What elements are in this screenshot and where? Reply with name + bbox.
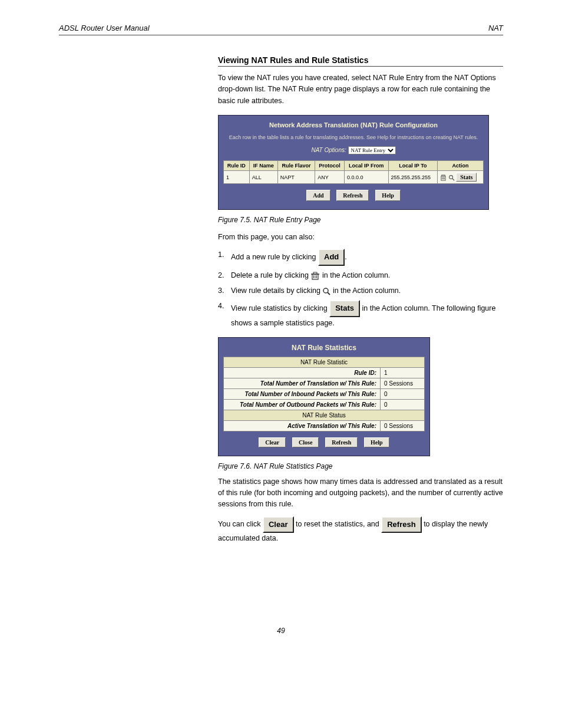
clear-button[interactable]: Clear <box>259 437 286 447</box>
subhead-status: NAT Rule Status <box>224 410 425 420</box>
help-button[interactable]: Help <box>364 437 389 447</box>
table-row: Total Number of Translation w/ This Rule… <box>224 378 425 388</box>
panel2-title: NAT Rule Statistics <box>223 344 425 352</box>
help-button[interactable]: Help <box>375 190 401 201</box>
th-local-ip-to: Local IP To <box>388 161 438 171</box>
trash-icon[interactable] <box>440 174 447 181</box>
th-local-ip-from: Local IP From <box>344 161 388 171</box>
clear-button-inline[interactable]: Clear <box>263 516 294 533</box>
add-button-inline[interactable]: Add <box>318 249 345 266</box>
list-num: 1. <box>218 249 231 266</box>
refresh-button-inline[interactable]: Refresh <box>381 516 421 533</box>
doc-header: ADSL Router User Manual NAT <box>59 24 503 35</box>
list-num: 4. <box>218 300 231 329</box>
svg-line-14 <box>328 292 330 295</box>
list-item: 2. Delete a rule by clicking in the Acti… <box>218 269 503 281</box>
table-row: Active Translation w/ This Rule:0 Sessio… <box>224 420 425 431</box>
list-text: View rule details by clicking in the Act… <box>231 285 503 297</box>
th-action: Action <box>438 161 484 171</box>
doc-section: NAT <box>488 24 503 32</box>
th-protocol: Protocol <box>315 161 345 171</box>
nat-options-label: NAT Options: <box>311 147 346 153</box>
table-row: Total Number of Inbound Packets w/ This … <box>224 388 425 399</box>
intro-text: To view the NAT rules you have created, … <box>218 73 503 107</box>
stats-button[interactable]: Stats <box>456 173 477 182</box>
list-text: Add a new rule by clicking Add. <box>231 249 503 266</box>
list-intro: From this page, you can also: <box>218 231 503 243</box>
list-text: View rule statistics by clicking Stats i… <box>231 300 503 329</box>
cell-if-name: ALL <box>249 171 277 184</box>
nat-options-row: NAT Options: NAT Rule Entry <box>223 146 484 154</box>
cell-ip-to: 255.255.255.255 <box>388 171 438 184</box>
table-row: Total Number of Outbound Packets w/ This… <box>224 399 425 410</box>
svg-line-6 <box>452 179 454 180</box>
stats-button-inline[interactable]: Stats <box>329 300 360 317</box>
nat-rule-config-panel: Network Address Translation (NAT) Rule C… <box>218 115 489 210</box>
page-number: 49 <box>59 627 503 635</box>
refresh-button[interactable]: Refresh <box>325 437 358 447</box>
cell-ip-from: 0.0.0.0 <box>344 171 388 184</box>
cell-rule-id: 1 <box>224 171 250 184</box>
list-item: 4. View rule statistics by clicking Stat… <box>218 300 503 329</box>
svg-point-13 <box>323 288 328 293</box>
close-button[interactable]: Close <box>292 437 319 447</box>
th-if-name: IF Name <box>249 161 277 171</box>
trash-icon[interactable] <box>310 272 320 280</box>
nat-rule-stats-panel: NAT Rule Statistics NAT Rule Statistic R… <box>218 337 430 456</box>
svg-point-5 <box>449 176 452 179</box>
list-item: 1. Add a new rule by clicking Add. <box>218 249 503 266</box>
list-num: 3. <box>218 285 231 297</box>
list-num: 2. <box>218 269 231 281</box>
nat-options-select[interactable]: NAT Rule Entry <box>348 146 396 154</box>
nat-rules-table: Rule ID IF Name Rule Flavor Protocol Loc… <box>223 160 484 184</box>
panel1-desc: Each row in the table lists a rule for t… <box>223 134 484 140</box>
figure-caption-1: Figure 7.5. NAT Rule Entry Page <box>218 216 503 224</box>
magnifier-icon[interactable] <box>322 287 330 295</box>
svg-rect-4 <box>442 175 445 176</box>
panel1-title: Network Address Translation (NAT) Rule C… <box>223 121 484 129</box>
section-heading: Viewing NAT Rules and Rule Statistics <box>218 55 503 67</box>
add-button[interactable]: Add <box>306 190 330 201</box>
cell-protocol: ANY <box>315 171 345 184</box>
action-list: From this page, you can also: 1. Add a n… <box>218 231 503 329</box>
figure-caption-2: Figure 7.6. NAT Rule Statistics Page <box>218 462 503 470</box>
refresh-button[interactable]: Refresh <box>336 190 369 201</box>
th-rule-flavor: Rule Flavor <box>277 161 315 171</box>
cell-flavor: NAPT <box>277 171 315 184</box>
table-row: Rule ID:1 <box>224 367 425 378</box>
subhead-stat: NAT Rule Statistic <box>224 357 425 367</box>
list-item: 3. View rule details by clicking in the … <box>218 285 503 297</box>
body-para1: The statistics page shows how many times… <box>218 476 503 545</box>
th-rule-id: Rule ID <box>224 161 250 171</box>
doc-title: ADSL Router User Manual <box>59 24 150 32</box>
cell-action: Stats <box>438 171 484 184</box>
magnifier-icon[interactable] <box>448 174 455 181</box>
list-text: Delete a rule by clicking in the Action … <box>231 269 503 281</box>
stats-table: NAT Rule Statistic Rule ID:1 Total Numbe… <box>223 357 425 431</box>
table-row: 1 ALL NAPT ANY 0.0.0.0 255.255.255.255 S… <box>224 171 484 184</box>
